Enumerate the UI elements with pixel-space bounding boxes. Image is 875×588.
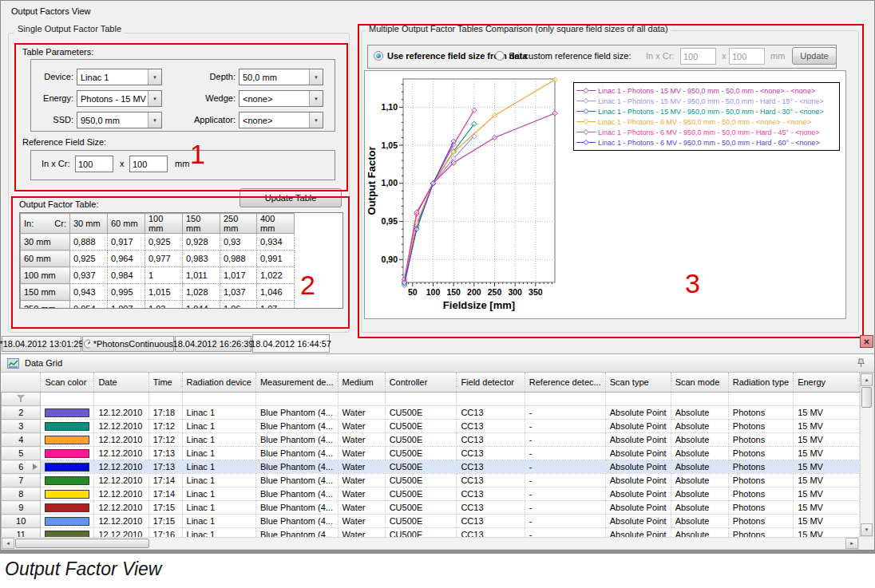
ssd-select[interactable]: 950,0 mm ▼ [77,112,162,128]
oft-col-header[interactable]: 400 mm [257,214,295,234]
wedge-select[interactable]: <none> ▼ [239,90,323,107]
custom-height-input[interactable] [729,48,765,65]
oft-cell[interactable]: 0,988 [220,251,257,267]
horizontal-scrollbar[interactable]: ◄ ► [1,537,859,550]
table-row[interactable]: 412.12.201017:12Linac 1Blue Phantom (4..… [2,433,860,447]
oft-cell[interactable]: 0,937 [70,267,108,284]
oft-cell[interactable]: 1,03 [145,301,183,310]
grid-filter-cell[interactable] [2,393,41,406]
oft-cell[interactable]: 1 [145,267,183,284]
tab-document-3[interactable]: 18.04.2012 16:26:39 [175,336,251,352]
oft-cell[interactable]: 0,943 [70,284,108,301]
grid-col-header[interactable]: Scan type [605,373,671,393]
grid-col-header[interactable]: Medium [338,373,385,393]
oft-cell[interactable]: 0,984 [108,267,145,284]
set-custom-reference-label[interactable]: Set custom reference field size: [509,51,631,61]
output-factor-table-panel[interactable]: In:Cr:30 mm60 mm100 mm150 mm250 mm400 mm… [19,212,343,309]
grid-col-header[interactable]: Radiation device [182,373,255,393]
table-row[interactable]: 212.12.201017:18Linac 1Blue Phantom (4..… [2,406,860,420]
update-table-button[interactable]: Update Table [240,188,342,207]
set-custom-reference-radio[interactable] [495,51,505,61]
ref-width-input[interactable] [75,156,113,172]
applicator-select[interactable]: <none> ▼ [239,112,323,128]
oft-cell[interactable]: 0,954 [70,301,108,310]
grid-filter-cell[interactable] [794,393,860,406]
oft-col-header[interactable]: 30 mm [70,214,108,234]
scroll-up-icon[interactable]: ▲ [861,373,873,386]
grid-filter-cell[interactable] [338,393,385,406]
grid-filter-cell[interactable] [94,393,148,406]
grid-filter-cell[interactable] [385,393,457,406]
oft-cell[interactable]: 1,015 [145,284,183,301]
oft-cell[interactable]: 0,925 [70,251,108,267]
oft-cell[interactable]: 0,888 [70,234,108,251]
oft-cell[interactable]: 0,995 [108,284,145,301]
oft-cell[interactable]: 0,917 [108,234,145,251]
oft-cell[interactable]: 1,037 [220,284,257,301]
table-row[interactable]: 612.12.201017:13Linac 1Blue Phantom (4..… [2,460,860,474]
grid-col-header[interactable]: Radiation type [728,373,793,393]
grid-filter-cell[interactable] [728,393,793,406]
oft-row-header[interactable]: 60 mm [21,251,70,267]
pin-icon[interactable] [857,358,865,368]
tab-photons-continuous[interactable]: *PhotonsContinuous [82,336,174,352]
grid-filter-cell[interactable] [671,393,728,406]
oft-cell[interactable]: 0,977 [145,251,183,267]
use-reference-from-data-label[interactable]: Use reference field size from data [387,51,527,61]
grid-col-header[interactable]: Controller [385,373,457,393]
oft-row-header[interactable]: 100 mm [21,267,70,284]
grid-col-header[interactable]: Energy [794,373,860,393]
oft-cell[interactable]: 1,044 [183,301,220,310]
grid-col-header[interactable]: Scan mode [671,373,728,393]
oft-col-header[interactable]: 60 mm [108,214,145,234]
oft-cell[interactable]: 0,964 [108,251,145,267]
oft-cell[interactable]: 1,07 [257,301,295,310]
grid-col-header[interactable]: Time [148,373,182,393]
oft-cell[interactable]: 1,046 [257,284,295,301]
scroll-down-icon[interactable]: ▼ [861,523,873,536]
use-reference-from-data-radio[interactable] [374,51,383,61]
table-row[interactable]: 812.12.201017:14Linac 1Blue Phantom (4..… [2,487,860,501]
update-comparison-button[interactable]: Update [792,47,837,65]
oft-cell[interactable]: 1,011 [183,267,220,284]
grid-filter-cell[interactable] [255,393,338,406]
vertical-scroll-thumb[interactable] [861,387,872,408]
custom-width-input[interactable] [680,48,716,65]
grid-col-header[interactable]: Date [94,373,148,393]
oft-col-header[interactable]: 250 mm [220,214,257,234]
oft-cell[interactable]: 0,925 [145,234,183,251]
oft-cell[interactable]: 1,017 [220,267,257,284]
oft-col-header[interactable]: 100 mm [145,214,183,234]
grid-filter-cell[interactable] [457,393,525,406]
oft-cell[interactable]: 1,06 [220,301,257,310]
grid-col-header[interactable]: Field detector [457,373,525,393]
vertical-scrollbar[interactable]: ▲ ▼ [860,373,873,537]
grid-filter-cell[interactable] [525,393,605,406]
oft-cell[interactable]: 0,983 [183,251,220,267]
scroll-right-icon[interactable]: ► [845,538,858,549]
filter-funnel-icon[interactable] [17,394,26,403]
oft-cell[interactable]: 1,028 [183,284,220,301]
oft-cell[interactable]: 0,991 [257,251,295,267]
tab-document-4-active[interactable]: 18.04.2012 16:44:57 [252,334,330,353]
grid-filter-cell[interactable] [148,393,182,406]
oft-cell[interactable]: 1,007 [108,301,145,310]
grid-filter-cell[interactable] [605,393,671,406]
oft-cell[interactable]: 1,022 [257,267,295,284]
ref-height-input[interactable] [129,156,168,172]
grid-filter-cell[interactable] [41,393,94,406]
energy-select[interactable]: Photons - 15 MV ▼ [77,90,162,107]
table-row[interactable]: 312.12.201017:12Linac 1Blue Phantom (4..… [2,420,860,433]
oft-cell[interactable]: 0,93 [220,234,257,251]
grid-col-header[interactable]: Reference detec... [525,373,605,393]
table-row[interactable]: 1012.12.201017:15Linac 1Blue Phantom (4.… [2,515,860,528]
table-row[interactable]: 912.12.201017:15Linac 1Blue Phantom (4..… [2,501,860,515]
grid-col-header[interactable]: Measurement de... [255,373,338,393]
grid-col-header[interactable]: Scan color [41,373,94,393]
device-select[interactable]: Linac 1 ▼ [77,69,162,85]
horizontal-scroll-thumb[interactable] [15,539,149,548]
oft-row-header[interactable]: 150 mm [21,284,70,301]
table-row[interactable]: 1112.12.201017:16Linac 1Blue Phantom (4.… [2,528,860,538]
grid-filter-cell[interactable] [182,393,255,406]
depth-select[interactable]: 50,0 mm ▼ [239,69,323,85]
